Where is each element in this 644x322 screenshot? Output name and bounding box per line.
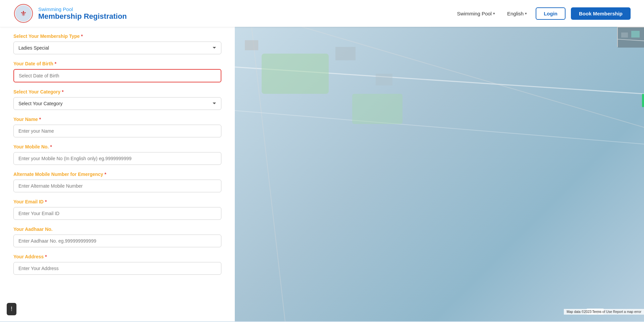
login-button[interactable]: Login	[536, 7, 566, 20]
chevron-down-icon: ▾	[525, 11, 527, 16]
required-star: *	[105, 172, 106, 177]
address-input[interactable]	[13, 262, 221, 275]
map-thumbnail	[617, 27, 644, 47]
svg-rect-15	[631, 31, 640, 38]
required-star: *	[62, 89, 63, 94]
swimming-pool-dropdown[interactable]: Swimming Pool ▾	[454, 9, 498, 18]
dob-field: Your Date of Birth *	[13, 61, 221, 82]
name-field: Your Name *	[13, 117, 221, 137]
address-label: Your Address *	[13, 254, 221, 259]
language-dropdown[interactable]: English ▾	[504, 9, 530, 18]
svg-rect-11	[335, 47, 356, 60]
book-membership-button[interactable]: Book Membership	[571, 7, 631, 20]
logo: ⚜	[13, 3, 34, 23]
scrollbar-indicator	[642, 94, 644, 107]
form-section: Select Your Membership Type * Ladies Spe…	[0, 27, 235, 321]
header-title-block: Swimming Pool Membership Registration	[38, 6, 127, 21]
svg-text:⚜: ⚜	[20, 9, 27, 18]
name-label: Your Name *	[13, 117, 221, 122]
mobile-field: Your Mobile No. *	[13, 144, 221, 165]
swimming-pool-label: Swimming Pool	[457, 11, 492, 16]
membership-type-label: Select Your Membership Type *	[13, 34, 221, 39]
svg-rect-14	[621, 33, 628, 38]
required-star: *	[55, 61, 56, 66]
required-star: *	[81, 34, 83, 39]
header: ⚜ Swimming Pool Membership Registration …	[0, 0, 644, 27]
aadhaar-label: Your Aadhaar No.	[13, 227, 221, 232]
svg-line-7	[235, 111, 644, 144]
alternate-mobile-label: Alternate Mobile Number for Emergency *	[13, 172, 221, 177]
map-placeholder: Google Map data ©2023 Terms of Use Repor…	[235, 27, 644, 321]
dob-input[interactable]	[13, 69, 221, 82]
svg-rect-9	[352, 94, 402, 124]
map-attribution: Map data ©2023 Terms of Use Report a map…	[564, 309, 644, 315]
dob-label: Your Date of Birth *	[13, 61, 221, 66]
membership-type-select[interactable]: Ladies Special General Senior Citizen St…	[13, 42, 221, 54]
mobile-input[interactable]	[13, 152, 221, 165]
name-input[interactable]	[13, 125, 221, 137]
category-select[interactable]: Select Your Category General OBC SC/ST O…	[13, 97, 221, 110]
aadhaar-field: Your Aadhaar No.	[13, 227, 221, 247]
address-field: Your Address *	[13, 254, 221, 275]
membership-type-field: Select Your Membership Type * Ladies Spe…	[13, 34, 221, 54]
language-label: English	[507, 11, 524, 16]
email-field: Your Email ID *	[13, 199, 221, 220]
category-label: Select Your Category *	[13, 89, 221, 94]
required-star: *	[45, 254, 47, 259]
email-label: Your Email ID *	[13, 199, 221, 204]
bug-report-button[interactable]: !	[7, 303, 16, 315]
header-subtitle: Swimming Pool	[38, 6, 127, 12]
email-input[interactable]	[13, 207, 221, 220]
svg-rect-8	[262, 54, 329, 94]
required-star: *	[45, 199, 47, 204]
main-content: Select Your Membership Type * Ladies Spe…	[0, 27, 644, 321]
svg-rect-12	[376, 74, 392, 85]
map-section: Google Map data ©2023 Terms of Use Repor…	[235, 27, 644, 321]
aadhaar-input[interactable]	[13, 235, 221, 247]
required-star: *	[39, 117, 41, 122]
header-nav: Swimming Pool ▾ English ▾ Login Book Mem…	[454, 7, 631, 20]
category-field: Select Your Category * Select Your Categ…	[13, 89, 221, 110]
required-star: *	[50, 144, 52, 149]
alternate-mobile-field: Alternate Mobile Number for Emergency *	[13, 172, 221, 192]
header-title: Membership Registration	[38, 12, 127, 21]
mobile-label: Your Mobile No. *	[13, 144, 221, 149]
svg-rect-10	[245, 40, 258, 50]
chevron-down-icon: ▾	[493, 11, 495, 16]
alternate-mobile-input[interactable]	[13, 180, 221, 192]
